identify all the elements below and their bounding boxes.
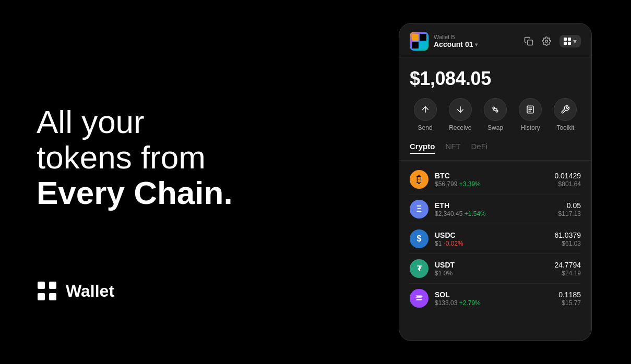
- tab-nft[interactable]: NFT: [445, 142, 460, 154]
- eth-price: $2,340.45 +1.54%: [435, 210, 552, 217]
- svg-rect-3: [49, 293, 56, 300]
- usdc-value: $61.03: [554, 240, 581, 247]
- logo-text: Wallet: [66, 282, 114, 301]
- history-icon-circle: [519, 98, 542, 121]
- copy-button[interactable]: [524, 37, 533, 46]
- headline: All your tokens from Every Chain.: [37, 104, 360, 211]
- usdt-icon: ₮: [410, 259, 428, 278]
- history-button[interactable]: History: [515, 98, 546, 131]
- usdt-amounts: 24.7794 $24.19: [554, 261, 581, 277]
- header-icons: ▾: [524, 35, 581, 47]
- svg-rect-0: [38, 282, 45, 289]
- toolkit-icon-circle: [554, 98, 577, 121]
- wallet-identity: Wallet B Account 01 ▾: [410, 32, 478, 51]
- eth-amounts: 0.05 $117.13: [558, 201, 581, 217]
- left-section: All your tokens from Every Chain. Wallet: [0, 0, 391, 364]
- sol-price: $133.03 +2.79%: [435, 299, 552, 307]
- btc-amounts: 0.01429 $801.64: [554, 172, 581, 188]
- wallet-logo-icon: [37, 281, 57, 301]
- token-row-btc[interactable]: ₿ BTC $56,799 +3.39% 0.01429 $801.64: [399, 165, 591, 194]
- sol-info: SOL $133.03 +2.79%: [435, 290, 552, 307]
- eth-symbol: ETH: [435, 201, 552, 210]
- account-selector[interactable]: Account 01 ▾: [434, 40, 478, 48]
- headline-container: All your tokens from Every Chain.: [37, 73, 360, 211]
- send-arrow-up-icon: [421, 105, 430, 114]
- grid-icon: [564, 38, 571, 45]
- wallet-header: Wallet B Account 01 ▾: [399, 23, 591, 57]
- sol-amounts: 0.1185 $15.77: [558, 290, 581, 307]
- toolkit-button[interactable]: Toolkit: [550, 98, 581, 131]
- send-button[interactable]: Send: [410, 98, 440, 131]
- token-row-sol[interactable]: SOL $133.03 +2.79% 0.1185 $15.77: [399, 284, 591, 313]
- usdc-info: USDC $1 -0.02%: [435, 231, 548, 247]
- sol-icon: [410, 289, 428, 308]
- toolkit-icon: [561, 105, 570, 114]
- sol-balance: 0.1185: [558, 290, 581, 299]
- right-section: Wallet B Account 01 ▾: [391, 20, 600, 344]
- swap-icon-circle: [484, 98, 507, 121]
- logo-section: Wallet: [37, 281, 360, 301]
- action-buttons: Send Receive: [399, 98, 591, 140]
- receive-arrow-down-icon: [456, 105, 465, 114]
- svg-rect-2: [38, 293, 45, 300]
- token-row-usdt[interactable]: ₮ USDT $1 0% 24.7794 $24.19: [399, 254, 591, 283]
- swap-button[interactable]: Swap: [480, 98, 510, 131]
- token-row-usdc[interactable]: $ USDC $1 -0.02% 61.0379 $61.03: [399, 224, 591, 253]
- wallet-name: Wallet B: [434, 34, 478, 40]
- receive-button[interactable]: Receive: [445, 98, 475, 131]
- btc-value: $801.64: [554, 180, 581, 188]
- apps-button[interactable]: ▾: [559, 35, 581, 47]
- balance-section: $1,084.05: [399, 57, 591, 98]
- tab-crypto[interactable]: Crypto: [410, 142, 435, 154]
- eth-balance: 0.05: [558, 201, 581, 210]
- gear-icon: [542, 37, 551, 46]
- usdt-symbol: USDT: [435, 261, 548, 269]
- sol-value: $15.77: [558, 299, 581, 307]
- settings-button[interactable]: [542, 37, 551, 46]
- btc-price: $56,799 +3.39%: [435, 180, 548, 188]
- usdc-balance: 61.0379: [554, 231, 581, 239]
- swap-label: Swap: [487, 124, 503, 131]
- btc-balance: 0.01429: [554, 172, 581, 180]
- usdc-price: $1 -0.02%: [435, 240, 548, 247]
- balance-amount: $1,084.05: [410, 68, 581, 90]
- wallet-name-group: Wallet B Account 01 ▾: [434, 34, 478, 48]
- receive-label: Receive: [449, 124, 471, 131]
- swap-icon: [491, 105, 500, 114]
- eth-icon: Ξ: [410, 200, 428, 219]
- send-icon-circle: [414, 98, 437, 121]
- tab-defi[interactable]: DeFi: [471, 142, 488, 154]
- usdt-value: $24.19: [554, 270, 581, 277]
- chevron-icon: ▾: [573, 37, 577, 45]
- btc-info: BTC $56,799 +3.39%: [435, 172, 548, 188]
- usdc-amounts: 61.0379 $61.03: [554, 231, 581, 247]
- sol-symbol: SOL: [435, 290, 552, 299]
- toolkit-label: Toolkit: [556, 124, 574, 131]
- usdt-info: USDT $1 0%: [435, 261, 548, 277]
- wallet-card: Wallet B Account 01 ▾: [399, 23, 592, 341]
- btc-symbol: BTC: [435, 172, 548, 180]
- avatar: [410, 32, 428, 51]
- history-label: History: [521, 124, 540, 131]
- svg-point-5: [545, 40, 548, 43]
- btc-icon: ₿: [410, 170, 428, 189]
- svg-rect-1: [49, 282, 56, 289]
- usdc-icon: $: [410, 229, 428, 248]
- usdt-price: $1 0%: [435, 270, 548, 277]
- history-icon: [526, 105, 535, 114]
- receive-icon-circle: [449, 98, 472, 121]
- eth-value: $117.13: [558, 210, 581, 217]
- svg-rect-4: [528, 40, 533, 45]
- token-list: ₿ BTC $56,799 +3.39% 0.01429 $801.64 Ξ: [399, 161, 591, 341]
- tabs-row: Crypto NFT DeFi: [399, 140, 591, 161]
- send-label: Send: [418, 124, 433, 131]
- usdc-symbol: USDC: [435, 231, 548, 239]
- account-chevron-icon: ▾: [475, 42, 478, 47]
- copy-icon: [524, 37, 533, 46]
- usdt-balance: 24.7794: [554, 261, 581, 269]
- token-row-eth[interactable]: Ξ ETH $2,340.45 +1.54% 0.05 $117.13: [399, 195, 591, 224]
- eth-info: ETH $2,340.45 +1.54%: [435, 201, 552, 217]
